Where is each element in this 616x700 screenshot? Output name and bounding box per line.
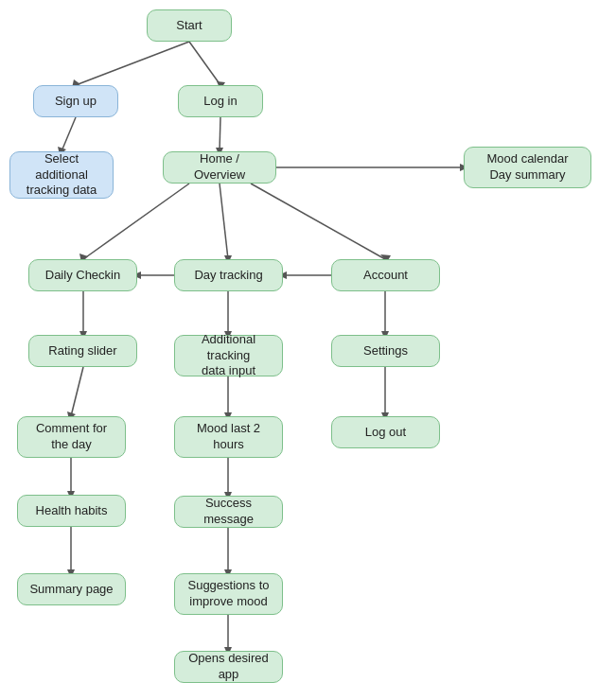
logout-node: Log out (331, 416, 440, 448)
opens-app-node: Opens desired app (174, 651, 283, 683)
svg-line-12 (220, 184, 228, 259)
health-habits-node: Health habits (17, 495, 126, 527)
login-node: Log in (178, 85, 263, 117)
settings-node: Settings (331, 335, 440, 367)
add-tracking-input-node: Additional tracking data input (174, 335, 283, 376)
mood-2h-node: Mood last 2 hours (174, 416, 283, 458)
success-msg-node: Success message (174, 496, 283, 528)
account-node: Account (331, 259, 440, 291)
start-node: Start (147, 9, 232, 42)
svg-line-2 (189, 42, 220, 85)
signup-node: Sign up (33, 85, 118, 117)
comment-day-node: Comment for the day (17, 416, 126, 458)
daily-checkin-node: Daily Checkin (28, 259, 137, 291)
svg-line-0 (76, 42, 189, 85)
svg-line-4 (62, 117, 76, 151)
flowchart: Start Sign up Log in Select additional t… (0, 0, 616, 700)
summary-page-node: Summary page (17, 573, 126, 605)
svg-line-6 (220, 117, 220, 151)
svg-line-14 (251, 184, 385, 259)
home-node: Home / Overview (163, 151, 276, 184)
mood-calendar-node: Mood calendar Day summary (464, 147, 591, 188)
svg-line-18 (71, 367, 83, 416)
rating-slider-node: Rating slider (28, 335, 137, 367)
day-tracking-node: Day tracking (174, 259, 283, 291)
select-tracking-node: Select additional tracking data (9, 151, 114, 199)
suggestions-node: Suggestions to improve mood (174, 573, 283, 615)
